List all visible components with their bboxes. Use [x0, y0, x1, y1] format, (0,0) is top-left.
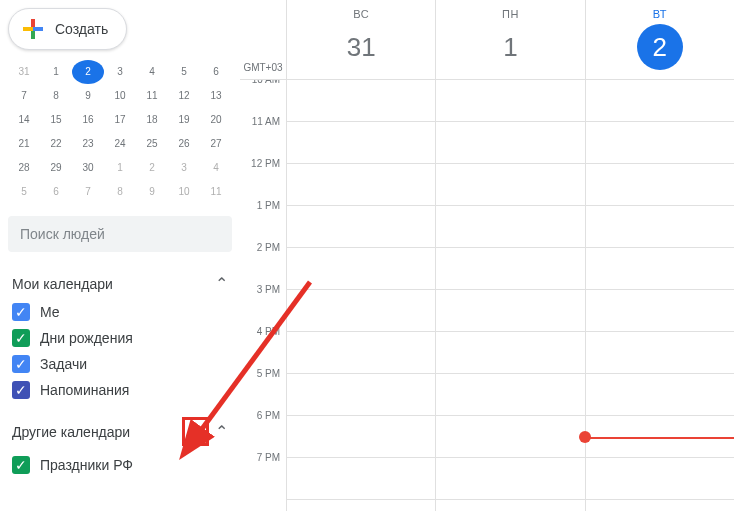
mini-day[interactable]: 27 [200, 132, 232, 156]
mini-day[interactable]: 2 [136, 156, 168, 180]
mini-day[interactable]: 28 [8, 156, 40, 180]
my-calendars-title: Мои календари [12, 276, 113, 292]
day-header[interactable]: ВС31 [286, 0, 435, 79]
calendar-item[interactable]: ✓Напоминания [8, 377, 232, 403]
mini-day[interactable]: 5 [168, 60, 200, 84]
calendar-item[interactable]: ✓Задачи [8, 351, 232, 377]
mini-day[interactable]: 5 [8, 180, 40, 204]
mini-day[interactable]: 8 [40, 84, 72, 108]
mini-day[interactable]: 4 [136, 60, 168, 84]
day-of-week: ВС [287, 8, 435, 20]
hour-slot[interactable] [287, 290, 435, 332]
mini-day[interactable]: 30 [72, 156, 104, 180]
hour-slot[interactable] [287, 332, 435, 374]
mini-day[interactable]: 9 [72, 84, 104, 108]
mini-day[interactable]: 15 [40, 108, 72, 132]
day-column[interactable] [585, 80, 734, 511]
add-other-calendar-button[interactable]: + [182, 417, 209, 446]
mini-day[interactable]: 24 [104, 132, 136, 156]
hour-slot[interactable] [287, 416, 435, 458]
hour-slot[interactable] [287, 122, 435, 164]
hour-slot[interactable] [586, 206, 734, 248]
mini-day[interactable]: 4 [200, 156, 232, 180]
hour-slot[interactable] [436, 332, 584, 374]
mini-day[interactable]: 17 [104, 108, 136, 132]
calendar-label: Напоминания [40, 382, 129, 398]
hour-slot[interactable] [586, 458, 734, 500]
hour-slot[interactable] [436, 248, 584, 290]
mini-calendar[interactable]: 3112345678910111213141516171819202122232… [8, 60, 232, 204]
day-column[interactable] [286, 80, 435, 511]
hour-slot[interactable] [436, 416, 584, 458]
calendar-checkbox[interactable]: ✓ [12, 355, 30, 373]
hour-slot[interactable] [586, 290, 734, 332]
mini-day[interactable]: 11 [136, 84, 168, 108]
hour-slot[interactable] [586, 164, 734, 206]
mini-day[interactable]: 29 [40, 156, 72, 180]
calendar-checkbox[interactable]: ✓ [12, 329, 30, 347]
mini-day[interactable]: 10 [104, 84, 136, 108]
hour-slot[interactable] [287, 80, 435, 122]
mini-day[interactable]: 31 [8, 60, 40, 84]
calendar-item[interactable]: ✓Дни рождения [8, 325, 232, 351]
hour-label: 3 PM [240, 284, 286, 326]
hour-slot[interactable] [586, 332, 734, 374]
hour-label: 11 AM [240, 116, 286, 158]
my-calendars-toggle[interactable]: Мои календари ⌃ [8, 268, 232, 299]
mini-day[interactable]: 6 [40, 180, 72, 204]
mini-day[interactable]: 26 [168, 132, 200, 156]
hour-slot[interactable] [436, 458, 584, 500]
hour-slot[interactable] [586, 122, 734, 164]
mini-day[interactable]: 21 [8, 132, 40, 156]
calendar-checkbox[interactable]: ✓ [12, 381, 30, 399]
plus-icon [21, 17, 45, 41]
mini-day[interactable]: 9 [136, 180, 168, 204]
mini-day[interactable]: 16 [72, 108, 104, 132]
mini-day[interactable]: 7 [8, 84, 40, 108]
mini-day[interactable]: 12 [168, 84, 200, 108]
mini-day[interactable]: 3 [168, 156, 200, 180]
mini-day[interactable]: 1 [104, 156, 136, 180]
hour-slot[interactable] [287, 248, 435, 290]
calendar-checkbox[interactable]: ✓ [12, 303, 30, 321]
hour-slot[interactable] [586, 248, 734, 290]
search-people-input[interactable]: Поиск людей [8, 216, 232, 252]
mini-day[interactable]: 8 [104, 180, 136, 204]
hour-slot[interactable] [586, 374, 734, 416]
hour-slot[interactable] [436, 290, 584, 332]
mini-day[interactable]: 20 [200, 108, 232, 132]
calendar-item[interactable]: ✓Me [8, 299, 232, 325]
calendar-grid[interactable]: GMT+03 ВС31ПН1ВТ2 10 AM11 AM12 PM1 PM2 P… [240, 0, 734, 511]
hour-slot[interactable] [436, 122, 584, 164]
calendar-checkbox[interactable]: ✓ [12, 456, 30, 474]
other-calendars-toggle[interactable]: Другие календари + ⌃ [8, 411, 232, 452]
hour-slot[interactable] [436, 206, 584, 248]
mini-day[interactable]: 19 [168, 108, 200, 132]
mini-day[interactable]: 13 [200, 84, 232, 108]
hour-slot[interactable] [436, 164, 584, 206]
hour-slot[interactable] [287, 374, 435, 416]
mini-day[interactable]: 11 [200, 180, 232, 204]
mini-day[interactable]: 10 [168, 180, 200, 204]
day-header[interactable]: ВТ2 [585, 0, 734, 79]
mini-day[interactable]: 22 [40, 132, 72, 156]
hour-slot[interactable] [586, 80, 734, 122]
mini-day[interactable]: 18 [136, 108, 168, 132]
hour-slot[interactable] [436, 80, 584, 122]
calendar-item[interactable]: ✓Праздники РФ [8, 452, 232, 478]
hour-slot[interactable] [287, 164, 435, 206]
mini-day[interactable]: 3 [104, 60, 136, 84]
mini-day[interactable]: 1 [40, 60, 72, 84]
create-button[interactable]: Создать [8, 8, 127, 50]
mini-day[interactable]: 2 [72, 60, 104, 84]
hour-slot[interactable] [287, 206, 435, 248]
mini-day[interactable]: 6 [200, 60, 232, 84]
mini-day[interactable]: 23 [72, 132, 104, 156]
hour-slot[interactable] [287, 458, 435, 500]
day-column[interactable] [435, 80, 584, 511]
mini-day[interactable]: 25 [136, 132, 168, 156]
mini-day[interactable]: 7 [72, 180, 104, 204]
day-header[interactable]: ПН1 [435, 0, 584, 79]
hour-slot[interactable] [436, 374, 584, 416]
mini-day[interactable]: 14 [8, 108, 40, 132]
